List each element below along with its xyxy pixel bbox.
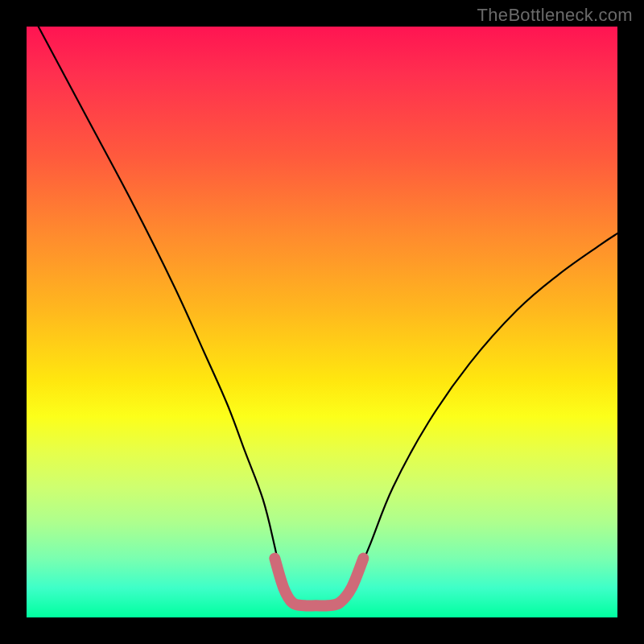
trough-highlight [275,559,363,606]
chart-frame: TheBottleneck.com [0,0,644,644]
plot-area [27,27,617,617]
curve-svg [27,27,617,617]
bottleneck-curve [39,27,617,609]
watermark-text: TheBottleneck.com [477,5,633,26]
